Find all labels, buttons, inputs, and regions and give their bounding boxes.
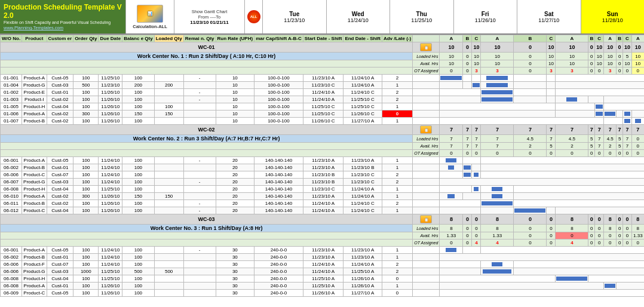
wc02-header-row: WC-02 📋 777 777 777 777 777 777 — [1, 125, 645, 135]
day-wed: Wed 11/24/10 — [327, 0, 391, 33]
calc-block[interactable]: 📊 Calculation-ALL — [125, 0, 174, 33]
day-date-tue: 11/23/10 — [284, 17, 305, 23]
table-row: 06-006Product-GCust-03100011/25/10500500… — [1, 268, 645, 275]
table-row: 06-002Product-BCust-0110011/24/101002014… — [1, 164, 645, 171]
wc02-avail-row: Avail. Hrs 777 725 257 257 000 000 — [1, 143, 645, 150]
day-fri: Fri 11/26/10 — [454, 0, 518, 33]
wc02-title-row: Work Center No. 2 : Run 3 Shift/Day (A:7… — [1, 135, 645, 143]
col-tue-b: B — [463, 35, 472, 42]
day-thu: Thu 11/25/10 — [390, 0, 454, 33]
table-row: 06-002Product-BCust-0110011/24/101003024… — [1, 254, 645, 261]
wc01-icon-cell: 📋 — [413, 42, 440, 53]
col-tue-c: C — [472, 35, 481, 42]
col-remain: Remai n. Qty — [183, 35, 216, 42]
table-row: 01-002Product-ECust-0110011/26/10100-101… — [1, 89, 645, 96]
page-header: Production Scheduling Template V 2.0 Fle… — [0, 0, 644, 35]
day-date-sun: 11/28/10 — [602, 17, 623, 23]
wc03-title-row: Work Center No. 3 : Run 1 Shift/Day (A:8… — [1, 225, 645, 232]
app-subtitle: Flexible on Shift Capacity and Powerful … — [4, 20, 122, 25]
col-loaded: Loaded Qty — [154, 35, 183, 42]
table-row: 06-001Product-ACust-0510011/24/10100-201… — [1, 157, 645, 164]
wc01-stat-tue-c: 10 — [472, 42, 481, 53]
wc01-title-row: Work Center No. 1 : Run 2 Shift/Day ( A:… — [1, 53, 645, 60]
app-title: Production Scheduling Template V 2.0 — [4, 3, 122, 20]
col-cap-shift: mar Cap/Shift A-B-C — [254, 35, 303, 42]
calc-label: Calculation-ALL — [133, 24, 167, 29]
table-row: 01-007Product-BCust-0210011/26/101001010… — [1, 118, 645, 125]
wc02-label: WC-02 — [1, 125, 413, 135]
col-thu-c: C — [595, 35, 604, 42]
day-name-sat: Sat — [544, 11, 554, 17]
day-tue: Tue 11/23/10 — [263, 0, 327, 33]
col-tue-a: A — [440, 35, 463, 42]
app-website[interactable]: www.Planning-Templates.com — [4, 25, 122, 30]
col-wed-b: B — [514, 35, 547, 42]
table-row: 06-001Product-ACust-0510011/24/10100-302… — [1, 247, 645, 254]
col-wed-a: A — [481, 35, 514, 42]
day-date-fri: 11/26/10 — [475, 17, 496, 23]
all-icon[interactable]: ALL — [245, 0, 263, 33]
table-row: 06-009Product-CCust-0510011/26/101003024… — [1, 290, 645, 297]
table-row: 06-012Product-CCust-0410011/26/10100-201… — [1, 207, 645, 214]
adv-late-red: 0 — [382, 110, 412, 118]
main-table: W/O No. Product Custom er Order Qty Due … — [0, 35, 644, 297]
table-row: 01-003Product-ICust-0210011/26/10100-101… — [1, 96, 645, 103]
col-end: End Date - Shift — [344, 35, 382, 42]
table-row: 06-010Product-ACust-0230011/26/101501502… — [1, 193, 645, 200]
wc03-label: WC-03 — [1, 214, 413, 225]
table-row: 06-006Product-FCust-0710011/24/101003024… — [1, 261, 645, 268]
day-name-fri: Fri — [482, 11, 489, 17]
table-row: 06-007Product-GCust-0310011/24/10100-201… — [1, 179, 645, 186]
col-wed-c: C — [547, 35, 556, 42]
day-headers: Tue 11/23/10 Wed 11/24/10 Thu 11/25/10 F… — [263, 0, 644, 33]
wc01-label: WC-01 — [1, 42, 413, 53]
wc02-title: Work Center No. 2 : Run 3 Shift/Day (A:7… — [1, 135, 413, 143]
table-row: 06-008Product-HCust-0410011/25/101003024… — [1, 275, 645, 283]
col-fri-c: C — [623, 35, 632, 42]
table-row: 06-011Product-BCust-0210011/26/10100-201… — [1, 200, 645, 207]
col-due-date: Due Date — [99, 35, 122, 42]
day-name-wed: Wed — [352, 11, 364, 17]
wc03-header-row: WC-03 📋 800 800 800 800 800 800 — [1, 214, 645, 225]
wc01-title: Work Center No. 1 : Run 2 Shift/Day ( A:… — [1, 53, 413, 60]
col-stats-label — [413, 35, 440, 42]
gantt-from-label: From ----To — [198, 14, 221, 20]
day-name-tue: Tue — [289, 11, 299, 17]
col-customer: Custom er — [47, 35, 73, 42]
title-block: Production Scheduling Template V 2.0 Fle… — [0, 0, 125, 33]
col-order-qty: Order Qty — [73, 35, 99, 42]
wc01-header-row: WC-01 📋 10 0 10 10010 10010 10010 10010 … — [1, 42, 645, 53]
day-date-thu: 11/25/10 — [411, 17, 432, 23]
wc02-ot-row: OT Assigned 000 000 000 000 000 000 — [1, 150, 645, 157]
table-row: 01-004Product-GCust-0350011/23/102002001… — [1, 82, 645, 89]
wc03-avail-row: Avail. Hrs 1.3300 1.3300 000 000 1.3300 … — [1, 232, 645, 240]
wc01-stat-tue-b: 0 — [463, 42, 472, 53]
gantt-range-block: Show Gantt Chart From ----To 11/23/10 01… — [174, 0, 245, 33]
wc01-ot-row: OT Assigned 003 303 300 300 000 — [1, 67, 645, 75]
gantt-dates: 11/23/10 01/21/11 — [190, 20, 229, 25]
day-sun: Sun 11/28/10 — [581, 0, 645, 33]
day-name-sun: Sun — [607, 11, 618, 17]
col-balance: Balanc e Qty — [122, 35, 154, 42]
table-row: 06-008Product-HCust-0410011/25/101002014… — [1, 186, 645, 193]
col-thu-a: A — [556, 35, 588, 42]
col-product: Product — [22, 35, 47, 42]
table-row: 01-005Product-HCust-0410011/26/101001001… — [1, 103, 645, 110]
col-thu-b: B — [588, 35, 595, 42]
table-row: 06-008Product-ACust-0110011/26/101003024… — [1, 283, 645, 290]
col-header-row: W/O No. Product Custom er Order Qty Due … — [1, 35, 645, 42]
col-sat-a: A — [632, 35, 644, 42]
col-run-rate: Run Rate (UPH) — [216, 35, 254, 42]
col-fri-a: A — [604, 35, 617, 42]
table-row: 06-006Product-CCust-0710011/24/101002014… — [1, 171, 645, 179]
col-start: Start Date - Shift — [303, 35, 344, 42]
day-date-sat: 11/27/10 — [538, 17, 559, 23]
col-wo: W/O No. — [1, 35, 22, 42]
wc01-stat-tue-a: 10 — [440, 42, 463, 53]
day-sat: Sat 11/27/10 — [517, 0, 581, 33]
day-name-thu: Thu — [416, 11, 427, 17]
wc01-avail-row: Avail. Hrs 10010 10010 10010 10010 1000 — [1, 60, 645, 67]
col-adv: Adv /Late (-) — [382, 35, 412, 42]
table-row: 01-001Product-ACust-0510011/25/10100-101… — [1, 75, 645, 82]
gantt-show-label: Show Gantt Chart — [192, 9, 228, 14]
